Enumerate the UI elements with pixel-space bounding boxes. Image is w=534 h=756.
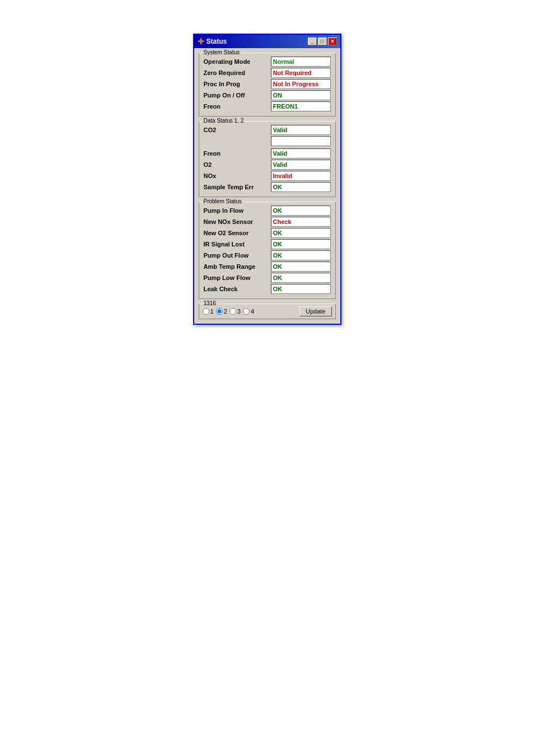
table-row: Leak Check OK bbox=[204, 284, 331, 294]
pump-on-off-value: ON bbox=[271, 90, 331, 100]
pump-low-flow-value: OK bbox=[271, 273, 331, 283]
radio-group-4[interactable]: 4 bbox=[243, 308, 254, 315]
freon-system-value: FREON1 bbox=[271, 101, 331, 111]
leak-check-value: OK bbox=[271, 284, 331, 294]
o2-value: Valid bbox=[271, 160, 331, 170]
ir-signal-lost-label: IR Signal Lost bbox=[204, 241, 271, 248]
o2-label: O2 bbox=[204, 161, 271, 168]
table-row: Freon FREON1 bbox=[204, 101, 331, 111]
radio-row: 1 2 3 4 Update bbox=[203, 306, 332, 316]
nox-value: Invalid bbox=[271, 171, 331, 181]
leak-check-label: Leak Check bbox=[204, 286, 271, 292]
pump-in-flow-value: OK bbox=[271, 206, 331, 216]
freon-data-value: Valid bbox=[271, 148, 331, 158]
proc-in-prog-value: Not In Progress bbox=[271, 79, 331, 89]
table-row: Sample Temp Err OK bbox=[204, 182, 331, 192]
amb-temp-range-label: Amb Temp Range bbox=[204, 263, 271, 270]
close-button[interactable]: ✕ bbox=[328, 38, 337, 45]
problem-status-label: Problem Status bbox=[203, 198, 243, 204]
minimize-button[interactable]: _ bbox=[308, 38, 317, 45]
table-row-spacer bbox=[204, 136, 331, 146]
zero-required-value: Not Required bbox=[271, 68, 331, 78]
new-nox-sensor-label: New NOx Sensor bbox=[204, 218, 271, 225]
problem-status-group: Problem Status Pump In Flow OK New NOx S… bbox=[199, 202, 336, 299]
table-row: Pump Out Flow OK bbox=[204, 250, 331, 260]
data-status-group: Data Status 1, 2 CO2 Valid Freon Valid O… bbox=[199, 121, 336, 197]
window-body: System Status Operating Mode Normal Zero… bbox=[194, 48, 340, 324]
table-row: New NOx Sensor Check bbox=[204, 217, 331, 227]
table-row: NOx Invalid bbox=[204, 171, 331, 181]
maximize-button[interactable]: □ bbox=[318, 38, 327, 45]
zero-required-label: Zero Required bbox=[204, 69, 271, 76]
new-o2-sensor-value: OK bbox=[271, 228, 331, 238]
system-status-group: System Status Operating Mode Normal Zero… bbox=[199, 53, 336, 116]
table-row: Pump In Flow OK bbox=[204, 206, 331, 216]
radio-2[interactable] bbox=[216, 308, 223, 315]
sample-temp-label: Sample Temp Err bbox=[204, 184, 271, 190]
radio-group-3[interactable]: 3 bbox=[229, 308, 241, 315]
radio-1[interactable] bbox=[203, 308, 209, 315]
title-bar-left: ✛ Status bbox=[198, 37, 227, 46]
radio-2-label: 2 bbox=[224, 308, 227, 315]
update-button[interactable]: Update bbox=[299, 306, 331, 316]
table-row: Freon Valid bbox=[204, 148, 331, 158]
pump-out-flow-value: OK bbox=[271, 250, 331, 260]
pump-out-flow-label: Pump Out Flow bbox=[204, 252, 271, 259]
title-icon: ✛ bbox=[198, 37, 204, 46]
pump-in-flow-label: Pump In Flow bbox=[204, 207, 271, 214]
new-nox-sensor-value: Check bbox=[271, 217, 331, 227]
window-title: Status bbox=[207, 38, 227, 45]
table-row: New O2 Sensor OK bbox=[204, 228, 331, 238]
amb-temp-range-value: OK bbox=[271, 262, 331, 272]
table-row: Operating Mode Normal bbox=[204, 57, 331, 67]
sample-temp-value: OK bbox=[271, 182, 331, 192]
table-row: O2 Valid bbox=[204, 160, 331, 170]
empty-value bbox=[271, 136, 331, 146]
radio-3[interactable] bbox=[229, 308, 236, 315]
operating-mode-label: Operating Mode bbox=[204, 58, 271, 65]
nox-label: NOx bbox=[204, 172, 271, 179]
freon-data-label: Freon bbox=[204, 150, 271, 157]
radio-1-label: 1 bbox=[210, 308, 214, 315]
title-buttons: _ □ ✕ bbox=[308, 38, 337, 45]
bottom-section: 1316 1 2 3 4 Update bbox=[199, 304, 336, 319]
table-row: CO2 Valid bbox=[204, 125, 331, 135]
co2-value: Valid bbox=[271, 125, 331, 135]
operating-mode-value: Normal bbox=[271, 57, 331, 67]
table-row: Proc In Prog Not In Progress bbox=[204, 79, 331, 89]
table-row: Amb Temp Range OK bbox=[204, 262, 331, 272]
proc-in-prog-label: Proc In Prog bbox=[204, 81, 271, 87]
radio-4[interactable] bbox=[243, 308, 250, 315]
new-o2-sensor-label: New O2 Sensor bbox=[204, 230, 271, 236]
radio-group-2[interactable]: 2 bbox=[216, 308, 227, 315]
data-status-label: Data Status 1, 2 bbox=[203, 118, 245, 124]
ir-signal-lost-value: OK bbox=[271, 239, 331, 249]
freon-system-label: Freon bbox=[204, 103, 271, 110]
radio-group-1[interactable]: 1 bbox=[203, 308, 214, 315]
table-row: IR Signal Lost OK bbox=[204, 239, 331, 249]
bottom-group-label: 1316 bbox=[203, 300, 217, 306]
co2-label: CO2 bbox=[204, 127, 271, 133]
title-bar: ✛ Status _ □ ✕ bbox=[194, 35, 340, 48]
table-row: Pump Low Flow OK bbox=[204, 273, 331, 283]
radio-3-label: 3 bbox=[237, 308, 241, 315]
table-row: Pump On / Off ON bbox=[204, 90, 331, 100]
pump-low-flow-label: Pump Low Flow bbox=[204, 274, 271, 281]
table-row: Zero Required Not Required bbox=[204, 68, 331, 78]
status-window: ✛ Status _ □ ✕ System Status Operating M… bbox=[193, 34, 341, 325]
system-status-label: System Status bbox=[203, 49, 241, 55]
pump-on-off-label: Pump On / Off bbox=[204, 92, 271, 99]
radio-4-label: 4 bbox=[251, 308, 254, 315]
